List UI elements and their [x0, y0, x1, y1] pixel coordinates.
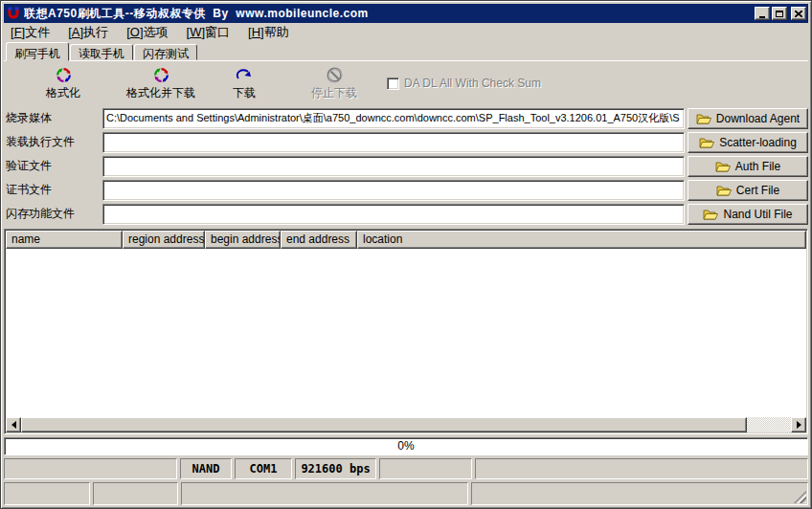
column-header-begin-address[interactable]: begin address: [205, 231, 281, 249]
app-icon: [6, 6, 21, 21]
status-cell-empty-2: [379, 458, 472, 479]
table-body[interactable]: [6, 249, 806, 417]
scatter-file-input[interactable]: [102, 132, 685, 153]
format-button-label: 格式化: [46, 85, 80, 101]
menu-bar: [F]文件 [A]执行 [O]选项 [W]窗口 [H]帮助: [4, 23, 808, 41]
menu-window[interactable]: [W]窗口: [187, 24, 231, 41]
progress-label: 0%: [397, 439, 414, 453]
scroll-right-button[interactable]: [791, 417, 806, 432]
scatter-loading-button-label: Scatter-loading: [719, 136, 797, 149]
auth-file-input[interactable]: [102, 156, 685, 177]
scroll-left-button[interactable]: [6, 417, 21, 432]
minimize-icon: [759, 16, 765, 18]
download-agent-button[interactable]: Download Agent: [688, 108, 808, 129]
stop-download-icon: [326, 65, 344, 84]
status-cell-empty-6: [181, 482, 468, 505]
format-button[interactable]: 格式化: [25, 64, 102, 104]
cert-file-button[interactable]: Cert File: [688, 180, 808, 201]
arrow-right-icon: [797, 421, 805, 429]
download-icon: [236, 65, 253, 84]
nand-util-file-input[interactable]: [102, 204, 685, 225]
format-icon: [56, 65, 72, 84]
folder-icon: [716, 185, 732, 196]
menu-file[interactable]: [F]文件: [11, 24, 50, 41]
partition-table: name region address begin address end ad…: [4, 229, 808, 434]
burn-media-input[interactable]: [102, 108, 685, 129]
status-cell-empty-1: [4, 458, 177, 479]
status-bar-top: NAND COM1 921600 bps: [4, 458, 808, 479]
download-agent-button-label: Download Agent: [716, 112, 800, 125]
folder-icon: [699, 137, 714, 148]
status-cell-empty-3: [475, 458, 808, 479]
format-download-icon: [153, 65, 169, 84]
folder-icon: [703, 209, 718, 220]
table-header: name region address begin address end ad…: [6, 231, 806, 249]
status-cell-com-port: COM1: [235, 458, 292, 479]
h-scrollbar: [6, 417, 806, 432]
status-bar-bottom: [4, 482, 808, 505]
scrollbar-thumb[interactable]: [21, 417, 747, 432]
cert-file-input[interactable]: [102, 180, 685, 201]
download-button[interactable]: 下载: [213, 64, 276, 104]
format-and-download-button[interactable]: 格式化并下载: [113, 64, 209, 104]
scatter-loading-button[interactable]: Scatter-loading: [688, 132, 808, 153]
stop-download-button[interactable]: 停止下载: [291, 64, 377, 104]
da-dl-checksum-checkbox[interactable]: DA DL All With Check Sum: [387, 77, 541, 90]
tab-strip: 刷写手机 读取手机 闪存测试: [4, 41, 808, 60]
close-button[interactable]: [791, 7, 806, 20]
minimize-button[interactable]: [755, 7, 770, 20]
tab-read-phone[interactable]: 读取手机: [70, 44, 133, 60]
tab-flash-phone[interactable]: 刷写手机: [6, 42, 69, 61]
checkbox-icon: [387, 77, 399, 90]
auth-file-button[interactable]: Auth File: [688, 156, 808, 177]
status-cell-baud-rate: 921600 bps: [295, 458, 376, 479]
auth-file-button-label: Auth File: [735, 160, 780, 173]
folder-icon: [696, 113, 711, 124]
column-header-end-address[interactable]: end address: [281, 231, 357, 249]
cert-file-label: 证书文件: [4, 182, 102, 198]
form-row-cert-file: 证书文件 Cert File: [4, 179, 808, 201]
status-cell-flash-type: NAND: [180, 458, 232, 479]
da-dl-checksum-label: DA DL All With Check Sum: [404, 77, 541, 90]
tab-memory-test[interactable]: 闪存测试: [134, 44, 197, 60]
form-row-auth-file: 验证文件 Auth File: [4, 155, 808, 177]
title-bar: 联想A750刷机工具--移动叔叔专供 By www.mobileuncle.co…: [4, 4, 808, 23]
close-icon: [795, 11, 802, 17]
form-row-nand-util-file: 闪存功能文件 Nand Util File: [4, 203, 808, 225]
auth-file-label: 验证文件: [4, 158, 102, 174]
progress-bar: 0%: [4, 437, 808, 455]
scatter-file-label: 装载执行文件: [4, 134, 102, 150]
form-row-scatter-file: 装载执行文件 Scatter-loading: [4, 131, 808, 153]
burn-media-label: 烧录媒体: [4, 110, 102, 126]
tab-page-flash: 格式化 格式化并下载: [4, 60, 808, 505]
folder-icon: [715, 161, 731, 172]
form-row-burn-media: 烧录媒体 Download Agent: [4, 107, 808, 129]
maximize-button[interactable]: [772, 7, 787, 20]
column-header-region-address[interactable]: region address: [123, 231, 205, 249]
resize-grip[interactable]: [794, 491, 806, 503]
window-title: 联想A750刷机工具--移动叔叔专供 By www.mobileuncle.co…: [24, 6, 753, 22]
maximize-icon: [776, 11, 783, 17]
status-cell-empty-5: [93, 482, 178, 505]
arrow-left-icon: [8, 421, 16, 429]
nand-util-file-button[interactable]: Nand Util File: [688, 204, 808, 225]
menu-help[interactable]: [H]帮助: [248, 24, 289, 41]
status-cell-empty-7: [471, 482, 808, 505]
menu-execute[interactable]: [A]执行: [68, 24, 108, 41]
format-and-download-button-label: 格式化并下载: [126, 85, 195, 101]
download-button-label: 下载: [233, 85, 256, 101]
stop-download-button-label: 停止下载: [311, 85, 357, 101]
toolbar: 格式化 格式化并下载: [4, 61, 808, 107]
column-header-location[interactable]: location: [357, 231, 806, 249]
scrollbar-track[interactable]: [747, 417, 791, 432]
menu-options[interactable]: [O]选项: [126, 24, 168, 41]
nand-util-file-button-label: Nand Util File: [723, 208, 792, 221]
file-selection-form: 烧录媒体 Download Agent 装载执行文件: [4, 107, 808, 227]
column-header-name[interactable]: name: [6, 231, 123, 249]
cert-file-button-label: Cert File: [736, 184, 779, 197]
app-window: 联想A750刷机工具--移动叔叔专供 By www.mobileuncle.co…: [0, 0, 812, 509]
status-cell-empty-4: [4, 482, 90, 505]
nand-util-file-label: 闪存功能文件: [4, 206, 102, 222]
